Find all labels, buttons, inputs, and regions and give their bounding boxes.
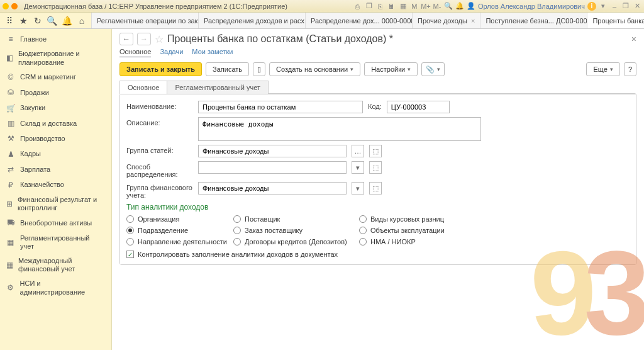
panel-tabs: Основное Регламентированный учет: [119, 80, 636, 93]
tab-close-icon[interactable]: ×: [471, 17, 475, 25]
radio-direction[interactable]: Направление деятельности: [126, 238, 227, 246]
doc-button[interactable]: ▯: [253, 62, 265, 76]
calendar-icon[interactable]: ▦: [399, 2, 408, 11]
dropdown-button[interactable]: ▾: [352, 161, 364, 174]
attach-button[interactable]: 📎▾: [421, 62, 445, 76]
code-input[interactable]: [387, 101, 450, 113]
sidebar-item[interactable]: ♟Кадры: [0, 147, 111, 162]
group-input[interactable]: [198, 145, 347, 157]
info-icon[interactable]: i: [587, 2, 596, 11]
radio-supplier[interactable]: Поставщик: [233, 215, 353, 223]
tab[interactable]: Распределение дох... 0000-000002×: [306, 13, 413, 28]
radio-order[interactable]: Заказ поставщику: [233, 227, 353, 234]
settings-button[interactable]: Настройки▾: [364, 62, 418, 76]
sidebar-item[interactable]: ≡Главное: [0, 31, 111, 47]
radio-nma[interactable]: НМА / НИОКР: [359, 238, 466, 246]
help-button[interactable]: ?: [624, 62, 636, 76]
open-button[interactable]: ⬚: [369, 182, 382, 195]
sidebar-item[interactable]: ⇄Зарплата: [0, 162, 111, 177]
open-button[interactable]: ⬚: [369, 145, 382, 157]
sidebar-item[interactable]: ⛁Продажи: [0, 85, 111, 100]
bell-icon[interactable]: 🔔: [62, 16, 72, 26]
sidebar-item[interactable]: ©CRM и маркетинг: [0, 70, 111, 85]
search-icon[interactable]: 🔍: [444, 2, 453, 11]
m-icon[interactable]: M: [410, 2, 419, 11]
create-based-button[interactable]: Создать на основании▾: [269, 62, 360, 76]
panel-tab-reg[interactable]: Регламентированный учет: [167, 81, 269, 94]
sidebar-item[interactable]: 🛒Закупки: [0, 101, 111, 116]
sidebar-item-label: Финансовый результат и контроллинг: [18, 196, 105, 212]
radio-objects[interactable]: Объекты эксплуатации: [359, 227, 466, 234]
apps-icon[interactable]: ⠿: [5, 16, 14, 26]
print-icon[interactable]: ⎙: [353, 2, 362, 11]
group-label: Группа статей:: [126, 145, 193, 154]
star-icon[interactable]: ★: [19, 16, 28, 26]
user-icon[interactable]: 👤: [467, 2, 475, 11]
radio-org[interactable]: Организация: [126, 215, 227, 223]
radio-fx[interactable]: Виды курсовых разниц: [359, 215, 466, 223]
link-icon[interactable]: ⎘: [376, 2, 385, 11]
radio-icon: [126, 227, 134, 234]
gear-icon: ⚙: [6, 283, 15, 292]
m-plus-icon[interactable]: M+: [421, 2, 430, 11]
sidebar-item[interactable]: ⚙НСИ и администрирование: [0, 276, 111, 299]
caret-down-icon: ▾: [350, 66, 353, 72]
calc-icon[interactable]: 🖩: [387, 2, 396, 11]
save-close-button[interactable]: Записать и закрыть: [119, 62, 202, 76]
search-icon[interactable]: 🔍: [47, 16, 57, 26]
tab-label: Поступление безна... ДС00-000023: [486, 17, 587, 25]
sidebar-item[interactable]: ▥Склад и доставка: [0, 116, 111, 131]
caret-down-icon[interactable]: ▾: [599, 2, 608, 11]
tab[interactable]: Распределения доходов и расх...×: [199, 13, 306, 28]
history-icon[interactable]: ↻: [33, 16, 42, 26]
name-input[interactable]: [198, 101, 363, 113]
radio-label: Виды курсовых разниц: [370, 215, 444, 223]
panel-tab-main[interactable]: Основное: [119, 81, 167, 94]
sidebar-item[interactable]: ⚒Производство: [0, 131, 111, 146]
form-toolbar: Записать и закрыть Записать ▯ Создать на…: [119, 62, 636, 76]
user-name[interactable]: Орлов Александр Владимирович: [478, 3, 585, 10]
forward-button[interactable]: →: [137, 33, 151, 45]
page-close-icon[interactable]: ×: [631, 34, 636, 44]
dropdown-button[interactable]: ▾: [352, 182, 364, 195]
subnav-tasks[interactable]: Задачи: [160, 48, 183, 57]
radio-label: Договоры кредитов (Депозитов): [245, 238, 347, 246]
tab[interactable]: Прочие доходы×: [413, 13, 480, 28]
bell-icon[interactable]: 🔔: [455, 2, 464, 11]
tab[interactable]: Регламентные операции по закр...×: [92, 13, 199, 28]
analytics-radios: Организация Поставщик Виды курсовых разн…: [126, 215, 630, 246]
sidebar-item[interactable]: ▦Регламентированный учет: [0, 231, 111, 254]
back-button[interactable]: ←: [119, 33, 133, 45]
desc-textarea[interactable]: Финансовые доходы: [198, 117, 481, 141]
control-checkbox[interactable]: ✓ Контролировать заполнение аналитики до…: [126, 251, 630, 258]
sidebar-item[interactable]: ⛟Внеоборотные активы: [0, 215, 111, 230]
subnav-notes[interactable]: Мои заметки: [192, 48, 233, 57]
tab-active[interactable]: Проценты банка по остаткам (С...×: [587, 13, 644, 28]
sidebar-item[interactable]: ⊞Финансовый результат и контроллинг: [0, 193, 111, 215]
sidebar-item-label: Внеоборотные активы: [20, 219, 92, 227]
fingroup-input[interactable]: [198, 182, 347, 195]
sidebar-item[interactable]: ₽Казначейство: [0, 178, 111, 193]
dist-input[interactable]: [198, 161, 347, 174]
window-titlebar: Демонстрационная база / 1С:ERP Управлени…: [0, 0, 644, 13]
close-icon[interactable]: ✕: [633, 2, 641, 11]
subnav-main[interactable]: Основное: [119, 48, 151, 57]
home-icon[interactable]: ⌂: [77, 16, 86, 26]
m-minus-icon[interactable]: M-: [433, 2, 441, 11]
save-button[interactable]: Записать: [206, 62, 249, 76]
radio-dept[interactable]: Подразделение: [126, 227, 227, 234]
tab[interactable]: Поступление безна... ДС00-000023×: [480, 13, 587, 28]
sidebar-item[interactable]: ▦Международный финансовый учет: [0, 254, 111, 276]
sidebar-item[interactable]: ◧Бюджетирование и планирование: [0, 47, 111, 69]
minimize-icon[interactable]: –: [610, 2, 619, 11]
more-button[interactable]: Еще▾: [586, 62, 619, 76]
open-button[interactable]: ⬚: [369, 161, 382, 174]
doc-icon[interactable]: ❐: [365, 2, 374, 11]
favorite-star-icon[interactable]: ☆: [155, 33, 164, 45]
radio-label: Организация: [138, 215, 179, 223]
dots-button[interactable]: …: [352, 145, 364, 157]
radio-credit[interactable]: Договоры кредитов (Депозитов): [233, 238, 353, 246]
maximize-icon[interactable]: ❐: [621, 2, 630, 11]
radio-label: Поставщик: [245, 215, 280, 223]
finance-icon: ⊞: [6, 200, 13, 208]
